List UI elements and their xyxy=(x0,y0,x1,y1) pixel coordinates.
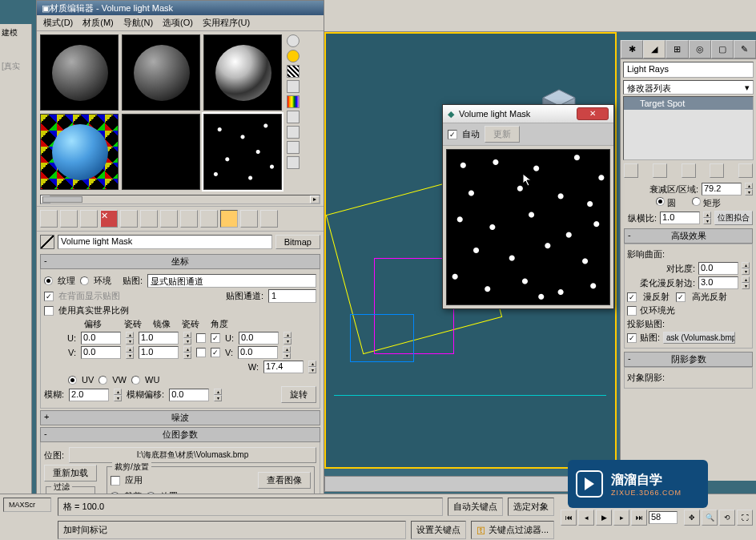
display-tab[interactable]: ▢ xyxy=(711,40,734,58)
update-button[interactable]: 更新 xyxy=(485,126,520,143)
selected-filter[interactable]: 选定对象 xyxy=(508,498,554,516)
show-end-result-icon[interactable] xyxy=(220,210,238,228)
v-tile-input[interactable]: 1.0 xyxy=(139,346,179,359)
map-channel-input[interactable]: 1 xyxy=(268,289,316,303)
video-color-check-icon[interactable] xyxy=(287,95,300,108)
u-offset-spin[interactable]: ▴▾ xyxy=(126,332,134,345)
sample-slot-4[interactable] xyxy=(40,114,119,190)
show-in-viewport-icon[interactable] xyxy=(200,210,218,228)
prev-frame-icon[interactable]: ◂ xyxy=(578,510,594,526)
show-end-result-icon[interactable] xyxy=(653,163,667,178)
hierarchy-tab[interactable]: ⊞ xyxy=(666,40,688,58)
orbit-icon[interactable]: ⟲ xyxy=(719,510,735,526)
pan-icon[interactable]: ✥ xyxy=(684,510,700,526)
real-world-check[interactable] xyxy=(44,306,54,316)
u-offset-input[interactable]: 0.0 xyxy=(81,332,121,345)
make-unique-icon[interactable] xyxy=(682,163,696,178)
map-channel-dropdown[interactable]: 显式贴图通道 xyxy=(147,274,316,288)
go-parent-icon[interactable] xyxy=(240,210,258,228)
aspect-input[interactable]: 1.0 xyxy=(660,212,700,224)
wu-radio[interactable] xyxy=(131,376,140,385)
atten-zone-spin[interactable]: ▴▾ xyxy=(745,183,753,195)
sample-slot-2[interactable] xyxy=(122,34,200,111)
specular-check[interactable]: ✓ xyxy=(676,292,686,302)
sample-type-icon[interactable] xyxy=(287,34,300,47)
rollout-advanced-header[interactable]: - 高级效果 xyxy=(624,228,753,244)
v-mirror-check[interactable] xyxy=(196,348,206,357)
maximize-viewport-icon[interactable]: ⛶ xyxy=(737,510,753,526)
v-offset-spin[interactable]: ▴▾ xyxy=(126,346,134,359)
rollout-shadow-header[interactable]: - 阴影参数 xyxy=(624,352,753,367)
rollout-noise-header[interactable]: + 噪波 xyxy=(40,410,320,425)
material-type-button[interactable]: Bitmap xyxy=(275,235,320,249)
menu-options[interactable]: 选项(O) xyxy=(163,17,193,29)
zoom-icon[interactable]: 🔍 xyxy=(702,510,718,526)
contrast-input[interactable]: 0.0 xyxy=(698,262,738,275)
rotate-button[interactable]: 旋转 xyxy=(281,386,316,403)
maxscript-listener[interactable]: MAXScr xyxy=(3,498,51,512)
goto-start-icon[interactable]: ⏮ xyxy=(561,510,577,526)
reload-button[interactable]: 重新加载 xyxy=(44,465,97,482)
make-unique-icon[interactable] xyxy=(140,210,158,228)
v-offset-input[interactable]: 0.0 xyxy=(81,346,121,359)
vw-radio[interactable] xyxy=(99,376,107,385)
dialog-titlebar[interactable]: ◆ Volume light Mask ✕ xyxy=(443,105,613,123)
v-angle-spin[interactable]: ▴▾ xyxy=(283,346,291,359)
get-material-icon[interactable] xyxy=(40,210,58,228)
modifier-stack[interactable]: Target Spot xyxy=(623,96,754,160)
viewport-shading-label[interactable]: [真实 xyxy=(0,58,31,75)
modeling-label[interactable]: 建模 xyxy=(0,24,31,42)
w-angle-spin[interactable]: ▴▾ xyxy=(308,361,316,373)
sample-slot-1[interactable] xyxy=(40,34,119,111)
apply-check[interactable] xyxy=(111,476,120,486)
uv-radio[interactable] xyxy=(68,376,77,385)
u-mirror-check[interactable] xyxy=(196,333,206,343)
contrast-spin[interactable]: ▴▾ xyxy=(742,262,750,275)
remove-modifier-icon[interactable] xyxy=(710,163,724,178)
pick-material-icon[interactable] xyxy=(40,235,54,249)
next-frame-icon[interactable]: ▸ xyxy=(613,510,629,526)
environ-radio[interactable] xyxy=(80,276,89,285)
object-name-input[interactable]: Light Rays xyxy=(623,62,754,78)
set-key-button[interactable]: 设置关键点 xyxy=(411,521,466,539)
configure-sets-icon[interactable] xyxy=(738,163,753,178)
blur-spin[interactable]: ▴▾ xyxy=(114,389,122,401)
v-tile-spin[interactable]: ▴▾ xyxy=(183,346,191,359)
put-to-library-icon[interactable] xyxy=(160,210,178,228)
utilities-tab[interactable]: ✎ xyxy=(734,40,756,58)
w-angle-input[interactable]: 17.4 xyxy=(263,361,304,373)
sample-hscroll[interactable]: ◂ ▸ xyxy=(40,195,320,204)
put-to-scene-icon[interactable] xyxy=(60,210,78,228)
goto-end-icon[interactable]: ⏭ xyxy=(631,510,647,526)
u-tile-spin[interactable]: ▴▾ xyxy=(183,332,191,345)
blur-input[interactable]: 2.0 xyxy=(69,389,109,401)
soften-spin[interactable]: ▴▾ xyxy=(742,276,750,289)
u-tile-input[interactable]: 1.0 xyxy=(139,332,179,345)
sample-slot-5[interactable] xyxy=(122,114,200,190)
rollout-coordinates-header[interactable]: - 坐标 xyxy=(40,254,320,269)
show-back-check[interactable]: ✓ xyxy=(44,292,54,301)
material-map-nav-icon[interactable] xyxy=(287,156,300,169)
projector-map-button[interactable]: ask (Volumask.bmp) xyxy=(663,332,735,344)
close-button[interactable]: ✕ xyxy=(577,107,609,120)
key-filter-button[interactable]: ⚿ 关键点过滤器... xyxy=(471,521,554,539)
u-angle-input[interactable]: 0.0 xyxy=(239,332,279,345)
create-tab[interactable]: ✱ xyxy=(621,40,643,58)
sample-uv-icon[interactable] xyxy=(287,80,300,93)
make-preview-icon[interactable] xyxy=(287,111,300,123)
pin-stack-icon[interactable] xyxy=(624,163,638,178)
blur-offset-spin[interactable]: ▴▾ xyxy=(214,389,222,401)
reset-map-icon[interactable]: ✕ xyxy=(100,210,118,228)
u-tile-check[interactable]: ✓ xyxy=(211,333,220,343)
soften-input[interactable]: 3.0 xyxy=(698,276,738,289)
diffuse-check[interactable]: ✓ xyxy=(627,292,637,302)
aspect-spin[interactable]: ▴▾ xyxy=(703,212,711,224)
circle-radio[interactable] xyxy=(656,197,665,206)
sample-slot-6[interactable] xyxy=(203,114,282,190)
u-angle-spin[interactable]: ▴▾ xyxy=(284,332,292,345)
rect-radio[interactable] xyxy=(692,197,701,206)
material-id-icon[interactable] xyxy=(180,210,198,228)
sample-slot-3[interactable] xyxy=(203,34,282,111)
backlight-icon[interactable] xyxy=(287,50,300,62)
scroll-thumb[interactable] xyxy=(42,196,82,203)
